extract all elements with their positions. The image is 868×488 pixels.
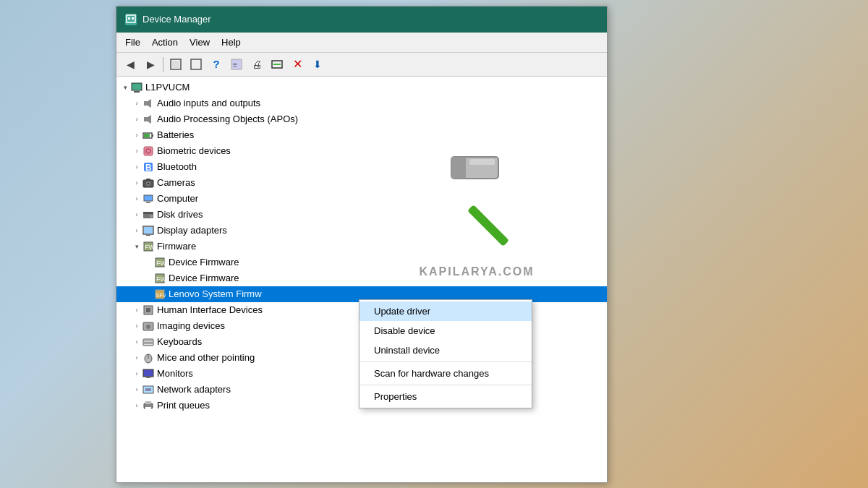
tree-item-audio[interactable]: › Audio inputs and outputs xyxy=(116,95,607,111)
svg-rect-55 xyxy=(146,377,150,378)
tree-item-apo[interactable]: › Audio Processing Objects (APOs) xyxy=(116,111,607,127)
ctx-uninstall-device[interactable]: Uninstall device xyxy=(359,341,532,360)
tree-label-firmware1: Device Firmware xyxy=(169,257,239,267)
expand-icon-firmware1 xyxy=(142,257,154,268)
battery-icon xyxy=(142,129,154,141)
display-icon xyxy=(142,225,154,236)
tree-item-cameras[interactable]: › Cameras xyxy=(116,175,607,191)
svg-text:≡: ≡ xyxy=(233,61,237,69)
svg-rect-30 xyxy=(143,212,153,214)
svg-rect-28 xyxy=(146,202,150,203)
firmware-icon: FW xyxy=(142,241,154,252)
expand-icon-biometric: › xyxy=(131,145,142,157)
svg-rect-12 xyxy=(144,101,148,106)
firmware1-icon: FW xyxy=(154,257,166,268)
firmware2-icon: FW xyxy=(154,273,166,284)
tree-label-firmware2: Device Firmware xyxy=(169,273,239,283)
device-tree[interactable]: ▾ L1PVUCM › Audio inputs and outputs › xyxy=(116,77,607,482)
print-button[interactable]: 🖨 xyxy=(247,56,266,73)
keyboard-icon xyxy=(142,336,154,348)
svg-rect-34 xyxy=(146,235,150,236)
menu-file[interactable]: File xyxy=(119,34,146,51)
tree-item-computer[interactable]: › Computer xyxy=(116,191,607,207)
svg-marker-13 xyxy=(148,99,151,108)
collapse-button[interactable] xyxy=(187,56,205,73)
expand-icon-network: › xyxy=(131,384,142,395)
svg-rect-5 xyxy=(191,59,201,69)
expand-button[interactable] xyxy=(166,56,185,73)
expand-icon-lenovo xyxy=(142,288,154,300)
tree-label-display: Display adapters xyxy=(157,225,227,236)
svg-rect-11 xyxy=(134,91,140,93)
svg-rect-1 xyxy=(128,17,130,20)
svg-point-31 xyxy=(150,215,153,218)
expand-icon-root: ▾ xyxy=(119,82,131,93)
svg-rect-48 xyxy=(144,341,153,341)
content-area: ▾ L1PVUCM › Audio inputs and outputs › xyxy=(116,77,607,482)
lenovo-icon: SFW xyxy=(154,288,166,300)
forward-button[interactable]: ▶ xyxy=(141,56,160,73)
svg-point-25 xyxy=(148,182,150,184)
tree-item-firmware1[interactable]: FW Device Firmware xyxy=(116,254,607,270)
tree-label-firmware: Firmware xyxy=(157,241,196,252)
ctx-properties[interactable]: Properties xyxy=(359,387,532,406)
toolbar-separator-1 xyxy=(163,57,163,72)
remove-button[interactable]: ✕ xyxy=(288,56,307,73)
tree-label-hid: Human Interface Devices xyxy=(157,304,263,315)
tree-label-biometric: Biometric devices xyxy=(157,145,231,156)
tree-label-network: Network adapters xyxy=(157,384,231,395)
expand-icon-bluetooth: › xyxy=(131,161,142,173)
camera-icon xyxy=(142,177,154,189)
tree-label-apo: Audio Processing Objects (APOs) xyxy=(157,114,298,124)
svg-rect-33 xyxy=(144,227,153,234)
window-icon xyxy=(125,14,137,25)
ctx-scan-hardware[interactable]: Scan for hardware changes xyxy=(359,364,532,383)
tree-item-root[interactable]: ▾ L1PVUCM xyxy=(116,80,607,95)
svg-marker-15 xyxy=(148,115,151,124)
svg-rect-27 xyxy=(144,195,153,201)
tree-item-bluetooth[interactable]: › B Bluetooth xyxy=(116,159,607,175)
svg-rect-10 xyxy=(132,83,142,90)
tree-label-audio: Audio inputs and outputs xyxy=(157,98,260,108)
expand-icon-monitors: › xyxy=(131,368,142,380)
svg-text:B: B xyxy=(145,163,152,173)
svg-rect-14 xyxy=(144,117,148,121)
properties-button[interactable]: ≡ xyxy=(227,56,246,73)
menu-help[interactable]: Help xyxy=(216,34,247,51)
tree-item-display[interactable]: › Display adapters xyxy=(116,223,607,239)
network-icon xyxy=(142,384,154,395)
menu-view[interactable]: View xyxy=(184,34,216,51)
expand-icon-print: › xyxy=(131,400,142,411)
disk-icon xyxy=(142,209,154,221)
tree-item-disk[interactable]: › Disk drives xyxy=(116,207,607,223)
svg-rect-26 xyxy=(146,179,150,181)
tree-item-firmware2[interactable]: FW Device Firmware xyxy=(116,270,607,286)
tree-item-batteries[interactable]: › Batteries xyxy=(116,127,607,143)
tree-label-print: Print queues xyxy=(157,400,210,411)
device-manager-window: Device Manager File Action View Help ◀ ▶… xyxy=(116,6,608,483)
expand-icon-computer: › xyxy=(131,193,142,205)
expand-icon-audio: › xyxy=(131,98,142,109)
tree-label-mice: Mice and other pointing xyxy=(157,352,255,363)
svg-rect-54 xyxy=(144,370,153,376)
ctx-disable-device[interactable]: Disable device xyxy=(359,321,532,341)
svg-rect-49 xyxy=(144,342,153,343)
update-button[interactable]: ⬇ xyxy=(308,56,327,73)
title-bar: Device Manager xyxy=(116,7,607,33)
svg-rect-17 xyxy=(152,134,153,137)
scan-button[interactable] xyxy=(268,56,286,73)
menu-action[interactable]: Action xyxy=(146,34,184,51)
svg-rect-60 xyxy=(145,407,151,409)
ctx-update-driver[interactable]: Update driver xyxy=(359,301,532,321)
tree-item-firmware[interactable]: ▾ FW Firmware xyxy=(116,239,607,254)
monitor-icon xyxy=(142,368,154,380)
computer-icon xyxy=(131,82,142,93)
tree-item-biometric[interactable]: › Biometric devices xyxy=(116,143,607,159)
help-button[interactable]: ? xyxy=(207,56,226,73)
svg-rect-2 xyxy=(132,17,134,20)
svg-rect-50 xyxy=(144,343,153,344)
window-title: Device Manager xyxy=(142,14,211,25)
mouse-icon xyxy=(142,352,154,364)
tree-label-disk: Disk drives xyxy=(157,209,203,220)
back-button[interactable]: ◀ xyxy=(121,56,140,73)
